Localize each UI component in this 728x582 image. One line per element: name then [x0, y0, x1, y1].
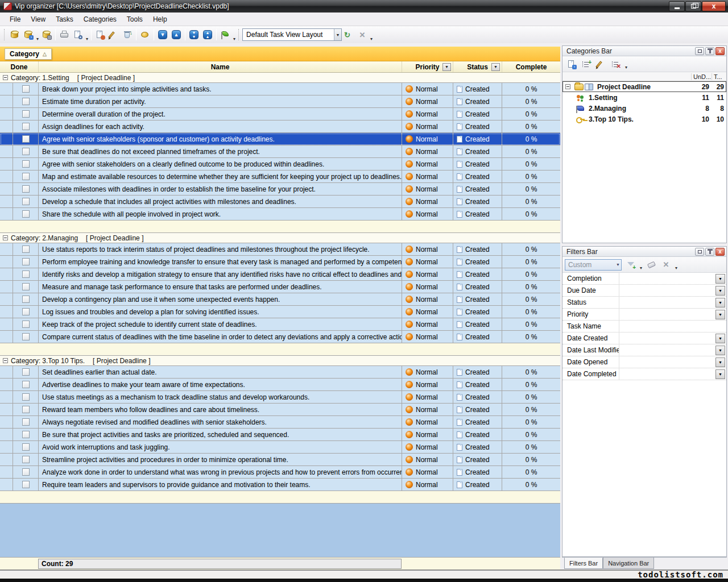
group-header-row[interactable]: Category: 2.Managing[ Project Deadline ] [0, 233, 560, 243]
task-row[interactable]: Estimate time duration per activity.Norm… [0, 95, 560, 108]
task-checkbox[interactable] [22, 418, 30, 426]
task-checkbox[interactable] [22, 210, 30, 218]
group-header-row[interactable]: Category: 1.Setting[ Project Deadline ] [0, 73, 560, 83]
categories-toolbar-dropdown[interactable]: ▾ [624, 65, 628, 70]
restore-button[interactable] [685, 1, 701, 11]
filter-dropdown-button[interactable]: ▼ [715, 369, 725, 379]
task-checkbox[interactable] [22, 296, 30, 303]
task-row[interactable]: Analyze work done in order to understand… [0, 466, 560, 479]
layout-dropdown[interactable]: ▾ [369, 36, 374, 41]
task-checkbox[interactable] [22, 431, 30, 438]
flag-button[interactable] [218, 28, 232, 41]
flag-dropdown[interactable]: ▾ [232, 36, 237, 41]
filter-dropdown-button[interactable]: ▼ [715, 334, 725, 343]
move-to-bottom-button[interactable]: ▼▼ [187, 28, 201, 41]
task-checkbox[interactable] [22, 321, 30, 328]
task-checkbox[interactable] [22, 333, 30, 340]
task-checkbox[interactable] [22, 308, 30, 315]
task-row[interactable]: Always negotiate revised and modified de… [0, 416, 560, 429]
filter-dropdown-button[interactable]: ▼ [715, 298, 725, 307]
task-row[interactable]: Share the schedule with all people invol… [0, 208, 560, 221]
task-row[interactable]: Use status meetings as a mechanism to tr… [0, 391, 560, 404]
task-row[interactable]: Log issues and troubles and develop a pl… [0, 306, 560, 318]
task-checkbox[interactable] [22, 258, 30, 265]
task-checkbox[interactable] [22, 246, 30, 253]
awards-button[interactable] [138, 28, 152, 41]
print-dropdown[interactable]: ▾ [85, 36, 89, 41]
task-checkbox[interactable] [22, 468, 30, 476]
undone-column-header[interactable]: UnD... [691, 73, 712, 80]
task-checkbox[interactable] [22, 443, 30, 451]
task-row[interactable]: Compare current status of deadlines with… [0, 331, 560, 343]
close-button[interactable]: x [702, 1, 726, 11]
task-row[interactable]: Use status reports to track interim stat… [0, 243, 560, 256]
task-row[interactable]: Measure and manage task performance to e… [0, 281, 560, 293]
delete-category-button[interactable]: ✕ [609, 58, 623, 70]
print-button[interactable] [57, 28, 71, 41]
category-tree-item[interactable]: Project Deadline2929 [562, 81, 726, 92]
menu-item-categories[interactable]: Categories [78, 14, 122, 25]
filters-pin-button[interactable] [705, 248, 714, 256]
collapse-icon[interactable] [3, 235, 8, 240]
clear-filter-button[interactable] [644, 259, 658, 271]
task-row[interactable]: Break down your project into simple acti… [0, 83, 560, 95]
task-checkbox[interactable] [22, 85, 30, 93]
tab-navigation-bar[interactable]: Navigation Bar [603, 558, 654, 569]
new-task-button[interactable] [93, 28, 107, 41]
save-database-button[interactable] [40, 28, 53, 41]
task-row[interactable]: Be sure that project activities and task… [0, 429, 560, 441]
filters-toolbar-dropdown[interactable]: ▾ [674, 265, 679, 271]
column-header-done[interactable]: Done [0, 61, 39, 72]
task-checkbox[interactable] [22, 135, 30, 143]
apply-layout-button[interactable]: ↻ [342, 28, 355, 41]
layout-combo[interactable]: Default Task View Layout ▼ [242, 28, 342, 41]
categories-close-button[interactable]: x [715, 47, 725, 55]
menu-item-tasks[interactable]: Tasks [51, 14, 78, 25]
task-checkbox[interactable] [22, 381, 30, 388]
task-row[interactable]: Be sure that deadlines do not exceed pla… [0, 146, 560, 158]
filter-dropdown-button[interactable]: ▼ [715, 346, 725, 355]
tab-filters-bar[interactable]: Filters Bar [564, 558, 603, 569]
task-row[interactable]: Perform employee training and knowledge … [0, 256, 560, 268]
delete-layout-button[interactable]: ✕ [355, 28, 369, 41]
task-checkbox[interactable] [22, 198, 30, 205]
task-checkbox[interactable] [22, 271, 30, 278]
task-row[interactable]: Advertise deadlines to make your team aw… [0, 379, 560, 391]
task-checkbox[interactable] [22, 110, 30, 118]
task-row[interactable]: Assign deadlines for each activity.Norma… [0, 120, 560, 133]
collapse-icon[interactable] [3, 75, 8, 80]
task-row[interactable]: Avoid work interruptions and task juggli… [0, 441, 560, 454]
task-row[interactable]: Identify risks and develop a mitigation … [0, 268, 560, 281]
open-database-button[interactable]: › [22, 28, 35, 41]
column-header-complete[interactable]: Complete [502, 61, 560, 72]
column-header-name[interactable]: Name [39, 61, 402, 72]
collapse-icon[interactable] [565, 84, 570, 89]
task-row[interactable]: Determine overall duration of the projec… [0, 108, 560, 120]
filter-preset-combo[interactable]: Custom ▼ [565, 259, 622, 271]
filter-dropdown-button[interactable]: ▼ [715, 357, 725, 367]
toolbar-grip[interactable] [4, 29, 6, 40]
menu-item-view[interactable]: View [26, 14, 51, 25]
task-checkbox[interactable] [22, 393, 30, 401]
task-checkbox[interactable] [22, 406, 30, 413]
filter-dropdown-button[interactable]: ▼ [715, 286, 725, 296]
task-row[interactable]: Streamline project activities and proced… [0, 454, 560, 466]
apply-filter-button[interactable] [624, 259, 638, 271]
task-checkbox[interactable] [22, 185, 30, 193]
new-database-button[interactable] [8, 28, 22, 41]
task-checkbox[interactable] [22, 368, 30, 376]
task-row[interactable]: Keep track of the project schedule to id… [0, 318, 560, 331]
task-checkbox[interactable] [22, 456, 30, 463]
categories-restore-button[interactable] [695, 47, 704, 55]
task-row[interactable]: Map and estimate available resources to … [0, 171, 560, 183]
minimize-button[interactable] [669, 1, 685, 11]
priority-filter-button[interactable]: ▼ [442, 63, 451, 71]
edit-category-button[interactable] [594, 58, 608, 70]
group-by-category-button[interactable]: Category △ [5, 48, 52, 60]
column-header-status[interactable]: Status▼ [453, 61, 502, 72]
filter-dropdown-button[interactable]: ▼ [715, 310, 725, 319]
category-tree-item[interactable]: 3.Top 10 Tips.1010 [562, 114, 726, 124]
delete-filter-button[interactable]: ✕ [659, 259, 673, 271]
move-down-button[interactable]: ▼ [156, 28, 169, 41]
filters-close-button[interactable]: x [715, 248, 725, 256]
